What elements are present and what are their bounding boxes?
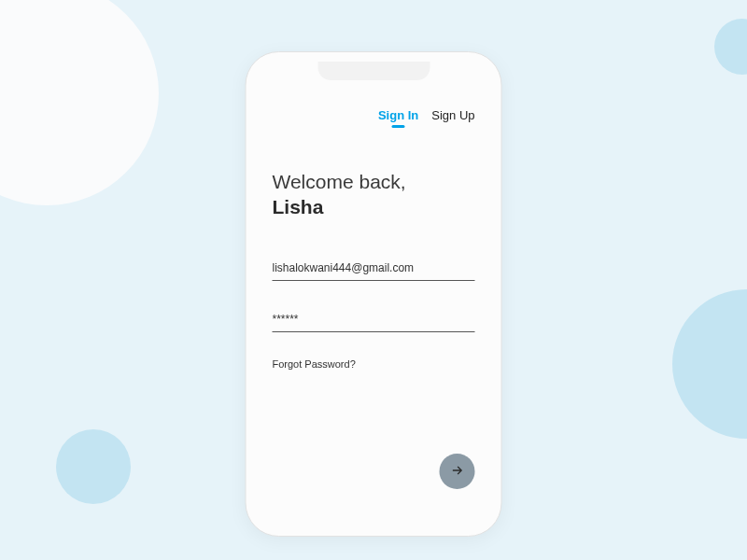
- username-text: Lisha: [273, 196, 475, 218]
- tab-sign-in[interactable]: Sign In: [378, 108, 418, 122]
- email-field[interactable]: [273, 256, 475, 281]
- tab-sign-up[interactable]: Sign Up: [431, 108, 474, 122]
- bg-circle-bottom-right: [672, 289, 747, 439]
- forgot-password-link[interactable]: Forgot Password?: [273, 358, 475, 370]
- arrow-right-icon: [450, 463, 465, 481]
- screen: Sign In Sign Up Welcome back, Lisha Forg…: [247, 80, 501, 526]
- submit-button[interactable]: [440, 454, 475, 489]
- bg-circle-bottom-left: [56, 429, 131, 504]
- bg-circle-top-right: [714, 19, 747, 75]
- bg-circle-top-left: [0, 0, 159, 205]
- password-field[interactable]: [273, 307, 475, 332]
- greeting-text: Welcome back,: [273, 169, 475, 194]
- phone-frame: Sign In Sign Up Welcome back, Lisha Forg…: [246, 51, 502, 537]
- auth-tabs: Sign In Sign Up: [273, 108, 475, 122]
- phone-notch: [317, 62, 430, 80]
